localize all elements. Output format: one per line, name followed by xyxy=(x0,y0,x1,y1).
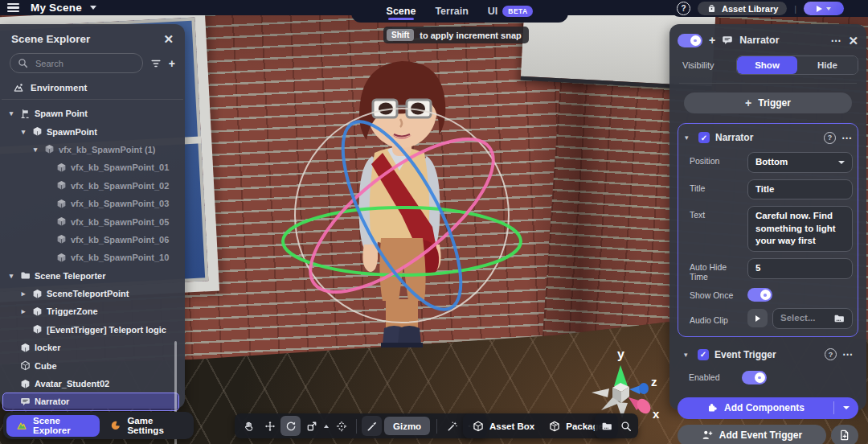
position-dropdown[interactable]: Bottom xyxy=(747,152,853,173)
folder-icon[interactable] xyxy=(601,421,612,432)
tree-row-vfx-03[interactable]: vfx_kb_SpawnPoint_03 xyxy=(0,195,185,212)
add-trigger-button[interactable]: + Trigger xyxy=(684,92,852,113)
tree-row-spawn-point[interactable]: ▾ Spawn Point xyxy=(0,105,185,122)
help-icon[interactable]: ? xyxy=(825,348,837,360)
tab-scene-label: Scene xyxy=(387,6,416,17)
environment-item[interactable]: Environment xyxy=(0,78,185,99)
add-event-trigger-row: Add Event Trigger xyxy=(678,425,858,444)
chevron-down-icon[interactable]: ▾ xyxy=(684,351,692,359)
paste-component-button[interactable] xyxy=(831,425,858,444)
help-icon[interactable]: ? xyxy=(824,132,836,144)
play-button[interactable] xyxy=(804,2,844,15)
tab-ui-label: UI xyxy=(488,6,498,17)
tree-label: vfx_kb_SpawnPoint_06 xyxy=(71,235,169,245)
audio-clip-placeholder: Select... xyxy=(780,312,815,325)
chevron-down-icon[interactable]: ▾ xyxy=(685,134,693,142)
pan-tool-button[interactable] xyxy=(239,416,259,436)
tree-row-narrator[interactable]: Narrator xyxy=(0,393,185,410)
prefab-cube-icon xyxy=(56,180,67,191)
help-icon[interactable]: ? xyxy=(677,2,690,15)
show-once-toggle[interactable] xyxy=(747,288,772,302)
audio-clip-select[interactable]: Select... xyxy=(772,308,853,329)
event-trigger-header[interactable]: ▾ Event Trigger ? ⋯ xyxy=(682,347,854,363)
close-icon[interactable]: ✕ xyxy=(848,35,858,47)
search-input[interactable] xyxy=(34,58,135,69)
folder-icon[interactable] xyxy=(833,313,845,324)
game-settings-button[interactable]: Game Settings xyxy=(102,415,190,437)
chevron-right-icon[interactable]: ▸ xyxy=(18,307,28,315)
cube-outline-icon xyxy=(20,360,31,371)
tree-row-spawnpoint[interactable]: ▾ SpawnPoint xyxy=(0,122,185,140)
tree-row-vfx-01[interactable]: vfx_kb_SpawnPoint_01 xyxy=(0,158,185,176)
tree-row-eventtrigger-logic[interactable]: [EventTrigger] Teleport logic xyxy=(0,321,185,339)
environment-label: Environment xyxy=(31,83,87,92)
hamburger-menu-icon[interactable] xyxy=(7,3,19,12)
title-input[interactable]: Title xyxy=(747,179,853,200)
add-object-icon[interactable]: + xyxy=(169,58,175,69)
narrator-enabled-checkbox[interactable] xyxy=(698,132,710,143)
audio-play-button[interactable] xyxy=(747,309,768,327)
show-button[interactable]: Show xyxy=(737,56,797,74)
add-components-button[interactable]: Add Components xyxy=(678,397,858,419)
tree-row-sceneteleportpoint[interactable]: ▸ SceneTeleportPoint xyxy=(0,285,185,302)
add-event-trigger-button[interactable]: Add Event Trigger xyxy=(678,425,826,444)
scale-tool-button[interactable] xyxy=(301,416,321,436)
tab-scene[interactable]: Scene xyxy=(387,0,416,23)
effects-off-button[interactable] xyxy=(362,416,382,436)
chevron-down-icon[interactable] xyxy=(826,7,831,10)
tree-row-triggerzone[interactable]: ▸ TriggerZone xyxy=(0,302,185,320)
event-trigger-checkbox[interactable] xyxy=(698,349,709,360)
search-icon xyxy=(18,58,28,68)
add-components-dropdown[interactable] xyxy=(834,406,858,409)
more-options-icon[interactable]: ⋯ xyxy=(842,348,854,360)
chevron-down-icon[interactable]: ▾ xyxy=(31,146,40,154)
rotate-tool-button[interactable] xyxy=(280,416,301,436)
package-icon xyxy=(549,421,560,432)
tab-ui[interactable]: UI BETA xyxy=(488,0,534,23)
narrator-component-header[interactable]: ▾ Narrator ? ⋯ xyxy=(683,130,853,146)
tree-label: TriggerZone xyxy=(47,306,98,316)
more-options-icon[interactable]: ⋯ xyxy=(841,132,853,144)
tree-row-vfx-02[interactable]: vfx_kb_SpawnPoint_02 xyxy=(0,177,185,195)
tree-row-vfx-06[interactable]: vfx_kb_SpawnPoint_06 xyxy=(0,231,185,249)
close-icon[interactable]: ✕ xyxy=(163,33,174,45)
wand-icon xyxy=(447,421,458,432)
search-box[interactable] xyxy=(10,53,143,73)
move-tool-button[interactable] xyxy=(260,416,280,436)
chevron-right-icon[interactable]: ▸ xyxy=(18,290,28,298)
magic-wand-button[interactable] xyxy=(442,416,462,436)
tree-row-avatar-student02[interactable]: Avatar_Student02 xyxy=(0,375,185,393)
snap-tool-button[interactable] xyxy=(331,416,351,436)
chevron-down-icon[interactable]: ▾ xyxy=(18,128,28,136)
search-icon[interactable] xyxy=(620,421,632,432)
axis-orientation-gizmo[interactable]: y z x xyxy=(580,344,664,421)
chevron-down-icon[interactable] xyxy=(90,6,96,10)
object-enabled-toggle[interactable] xyxy=(678,34,702,47)
tree-row-vfx-group[interactable]: ▾ vfx_kb_SpawnPoint (1) xyxy=(0,141,185,158)
tab-terrain[interactable]: Terrain xyxy=(435,0,468,23)
chevron-down-icon[interactable]: ▾ xyxy=(6,272,16,280)
gizmo-toggle-button[interactable]: Gizmo xyxy=(384,417,430,435)
visibility-row: Visibility Show Hide xyxy=(678,56,858,75)
tree-row-scene-teleporter[interactable]: ▾ Scene Teleporter xyxy=(0,267,185,285)
tree-row-vfx-05[interactable]: vfx_kb_SpawnPoint_05 xyxy=(0,212,185,230)
more-options-icon[interactable]: ⋯ xyxy=(830,35,841,47)
tree-row-locker[interactable]: locker xyxy=(0,339,185,356)
tree-row-cube[interactable]: Cube xyxy=(0,356,185,374)
text-textarea[interactable]: Careful now. Find something to light you… xyxy=(747,206,853,252)
scene-explorer-toggle-button[interactable]: Scene Explorer xyxy=(6,415,100,437)
filter-icon[interactable] xyxy=(150,58,162,69)
asset-box-button[interactable]: Asset Box xyxy=(473,421,534,432)
chevron-down-icon[interactable]: ▾ xyxy=(6,109,16,117)
tree-row-vfx-10[interactable]: vfx_kb_SpawnPoint_10 xyxy=(0,249,185,266)
tool-options-caret[interactable] xyxy=(322,425,330,428)
character-with-rotate-gizmo[interactable] xyxy=(281,58,522,368)
tree-label: SceneTeleportPoint xyxy=(47,289,129,298)
scene-name[interactable]: My Scene xyxy=(31,2,82,14)
auto-hide-time-input[interactable]: 5 xyxy=(747,258,853,279)
hide-button[interactable]: Hide xyxy=(797,56,858,74)
play-icon xyxy=(755,315,760,322)
add-icon[interactable]: + xyxy=(709,35,715,46)
enabled-toggle[interactable] xyxy=(742,371,767,384)
asset-library-button[interactable]: Asset Library xyxy=(698,2,787,15)
